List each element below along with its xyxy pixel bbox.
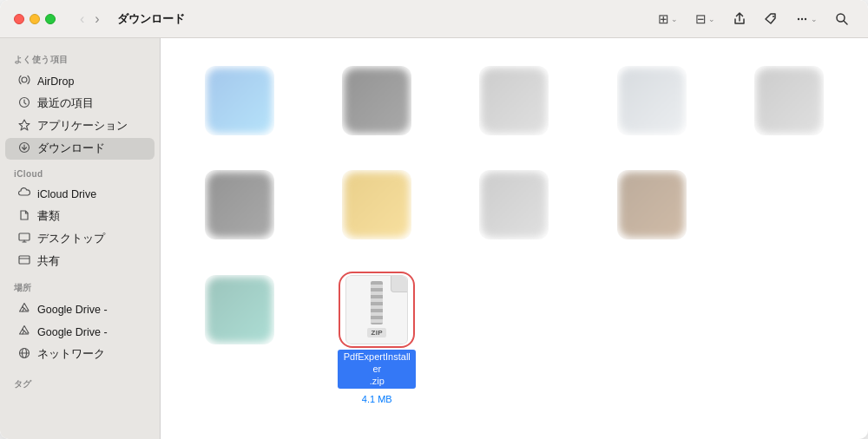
list-item[interactable] (178, 163, 301, 253)
file-icon-10 (205, 275, 274, 344)
zip-icon: ZIP (345, 275, 408, 344)
drive-icon-2 (17, 324, 31, 339)
list-item[interactable] (178, 268, 301, 418)
sidebar-label-desktop: デスクトップ (37, 232, 146, 246)
svg-line-5 (844, 21, 847, 24)
close-button[interactable] (14, 14, 24, 24)
svg-point-1 (798, 17, 799, 19)
svg-rect-9 (19, 256, 30, 264)
main-content: ZIP PdfExpertInstaller .zip 4.1 MB (161, 38, 868, 439)
zip-file-icon-wrapper: ZIP (342, 275, 411, 344)
sidebar-item-google1[interactable]: Google Drive - (5, 298, 155, 320)
view-list-icon: ⊟ (695, 11, 707, 27)
share-icon (733, 12, 746, 26)
shared-icon (17, 254, 31, 269)
toolbar-right: ⊞ ⌄ ⊟ ⌄ (653, 8, 854, 30)
sidebar-item-icloud-drive[interactable]: iCloud Drive (5, 183, 155, 205)
file-name-label: PdfExpertInstaller .zip (338, 350, 416, 389)
file-size-label: 4.1 MB (362, 394, 392, 404)
view-grid-button[interactable]: ⊞ ⌄ (653, 8, 683, 30)
clock-icon (17, 96, 31, 111)
downloads-icon (17, 141, 31, 156)
sidebar: よく使う項目 AirDrop 最近の項目 (0, 38, 161, 439)
sidebar-item-desktop[interactable]: デスクトップ (5, 228, 155, 250)
sidebar-label-icloud: iCloud Drive (37, 188, 146, 200)
sidebar-label-shared: 共有 (37, 254, 146, 269)
file-icon-3 (479, 66, 549, 135)
sidebar-label-downloads: ダウンロード (37, 141, 146, 156)
sidebar-section-favorites: よく使う項目 (0, 45, 160, 69)
search-button[interactable] (830, 9, 854, 29)
desktop-icon (17, 232, 31, 246)
sidebar-item-applications[interactable]: アプリケーション (5, 115, 155, 137)
tag-icon (764, 12, 778, 26)
more-button[interactable]: ⌄ (790, 9, 823, 29)
list-item[interactable] (452, 163, 575, 253)
svg-rect-8 (19, 233, 30, 240)
file-icon-9 (617, 170, 687, 239)
selected-file-item[interactable]: ZIP PdfExpertInstaller .zip 4.1 MB (315, 268, 438, 418)
file-icon-4 (617, 66, 687, 135)
network-icon (17, 347, 31, 362)
back-button[interactable]: ‹ (76, 10, 88, 29)
sidebar-label-google2: Google Drive - (37, 326, 146, 338)
sidebar-item-network[interactable]: ネットワーク (5, 344, 155, 365)
view-list-button[interactable]: ⊟ ⌄ (690, 8, 720, 30)
fullscreen-button[interactable] (45, 14, 56, 24)
nav-buttons: ‹ › (76, 10, 103, 29)
svg-point-0 (773, 16, 774, 17)
sidebar-label-applications: アプリケーション (37, 119, 146, 134)
view-grid-arrow: ⌄ (671, 15, 678, 23)
sidebar-section-icloud: iCloud (0, 161, 160, 182)
list-item[interactable] (590, 163, 713, 253)
list-item[interactable] (590, 59, 713, 149)
file-icon-2 (342, 66, 411, 135)
more-icon (795, 12, 809, 26)
sidebar-item-downloads[interactable]: ダウンロード (5, 138, 155, 160)
list-item[interactable] (315, 59, 438, 149)
sidebar-section-tags: タグ (0, 366, 160, 394)
file-icon-5 (754, 66, 824, 135)
drive-icon-1 (17, 302, 31, 317)
search-icon (835, 12, 849, 26)
sidebar-item-documents[interactable]: 書類 (5, 206, 155, 227)
list-item[interactable] (727, 59, 851, 149)
sidebar-item-airdrop[interactable]: AirDrop (5, 70, 155, 92)
file-grid: ZIP PdfExpertInstaller .zip 4.1 MB (161, 38, 868, 439)
window-title: ダウンロード (117, 11, 185, 27)
sidebar-label-network: ネットワーク (37, 347, 146, 362)
sidebar-item-google2[interactable]: Google Drive - (5, 321, 155, 343)
list-item[interactable] (452, 59, 575, 149)
file-icon-8 (479, 170, 549, 239)
minimize-button[interactable] (30, 14, 40, 24)
content-area: よく使う項目 AirDrop 最近の項目 (0, 38, 868, 439)
finder-window: ‹ › ダウンロード ⊞ ⌄ ⊟ ⌄ (0, 0, 868, 439)
sidebar-section-locations: 場所 (0, 273, 160, 298)
view-grid-icon: ⊞ (658, 11, 669, 27)
more-arrow: ⌄ (811, 15, 818, 23)
applications-icon (17, 119, 31, 134)
zip-zipper (371, 281, 383, 324)
sidebar-label-airdrop: AirDrop (37, 75, 146, 88)
sidebar-label-recents: 最近の項目 (37, 96, 146, 111)
titlebar: ‹ › ダウンロード ⊞ ⌄ ⊟ ⌄ (0, 0, 868, 38)
sidebar-item-shared[interactable]: 共有 (5, 251, 155, 272)
doc-icon (17, 209, 31, 224)
file-icon-7 (342, 170, 411, 239)
list-item[interactable] (178, 59, 301, 149)
file-icon-1 (205, 66, 274, 135)
forward-button[interactable]: › (91, 10, 102, 29)
cloud-icon (17, 187, 31, 201)
airdrop-icon (17, 74, 31, 88)
share-button[interactable] (727, 9, 752, 29)
sidebar-item-recents[interactable]: 最近の項目 (5, 93, 155, 115)
svg-point-2 (801, 17, 803, 19)
svg-point-3 (805, 17, 806, 19)
tag-button[interactable] (759, 9, 783, 29)
list-item-empty (727, 163, 851, 253)
traffic-lights (14, 14, 56, 24)
zip-badge: ZIP (367, 328, 386, 337)
file-icon-6 (205, 170, 274, 239)
view-list-arrow: ⌄ (708, 15, 715, 23)
list-item[interactable] (315, 163, 438, 253)
